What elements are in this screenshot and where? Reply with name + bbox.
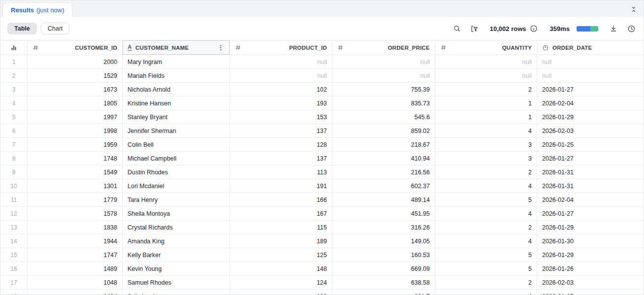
row-number[interactable]: 3 [0, 83, 28, 96]
cell-customer_id[interactable]: 1048 [28, 276, 123, 289]
cell-quantity[interactable]: 1 [435, 97, 537, 110]
column-header-quantity[interactable]: QUANTITY [435, 40, 537, 55]
cell-customer_id[interactable]: 1578 [28, 207, 123, 220]
column-header-customer_id[interactable]: CUSTOMER_ID [28, 40, 123, 55]
cell-product_id[interactable]: 148 [230, 262, 332, 275]
row-number[interactable]: 6 [0, 124, 28, 137]
cell-customer_name[interactable]: Crystal Richards [123, 221, 230, 234]
cell-quantity[interactable]: 2 [435, 83, 537, 96]
cell-customer_id[interactable]: 2000 [28, 55, 123, 68]
cell-product_id[interactable]: 189 [230, 234, 332, 248]
cell-order_price[interactable]: 216.56 [332, 165, 435, 179]
row-number[interactable]: 10 [0, 179, 28, 193]
cell-quantity[interactable]: 4 [435, 207, 537, 220]
chart-view-button[interactable]: Chart [41, 23, 70, 35]
cell-product_id[interactable]: null [230, 55, 332, 68]
row-number[interactable]: 9 [0, 165, 28, 179]
cell-quantity[interactable]: 4 [435, 179, 537, 193]
cell-customer_id[interactable]: 1944 [28, 234, 123, 248]
cell-customer_name[interactable]: Stanley Bryant [123, 110, 230, 124]
cell-customer_id[interactable]: 1673 [28, 83, 123, 96]
cell-product_id[interactable]: 113 [230, 165, 332, 179]
row-number[interactable]: 7 [0, 138, 28, 151]
cell-quantity[interactable]: 4 [435, 124, 537, 137]
cell-order_price[interactable]: 835.73 [332, 97, 435, 110]
row-number[interactable]: 16 [0, 262, 28, 275]
cell-order_date[interactable]: 2026-01-29 [537, 221, 644, 234]
cell-quantity[interactable]: null [435, 69, 537, 82]
download-button[interactable] [608, 23, 619, 34]
cell-customer_id[interactable]: 1998 [28, 124, 123, 137]
cell-quantity[interactable]: 5 [435, 248, 537, 262]
cell-order_price[interactable]: 755.39 [332, 83, 435, 96]
cell-product_id[interactable]: 166 [230, 193, 332, 206]
cell-order_price[interactable]: 218.67 [332, 138, 435, 151]
cell-order_price[interactable]: 410.94 [332, 152, 435, 165]
cell-product_id[interactable]: 102 [230, 83, 332, 96]
table-view-button[interactable]: Table [7, 23, 37, 35]
cell-product_id[interactable]: 193 [230, 97, 332, 110]
cell-customer_name[interactable]: Kristine Hansen [123, 97, 230, 110]
cell-product_id[interactable]: 167 [230, 207, 332, 220]
row-number[interactable]: 2 [0, 69, 28, 82]
cell-product_id[interactable]: 128 [230, 138, 332, 151]
cell-product_id[interactable]: 125 [230, 248, 332, 262]
cell-order_date[interactable]: 2026-02-04 [537, 193, 644, 206]
grid-corner-cell[interactable] [0, 40, 28, 55]
cell-quantity[interactable]: 2 [435, 165, 537, 179]
cell-customer_name[interactable]: Dustin Rhodes [123, 165, 230, 179]
cell-quantity[interactable]: 3 [435, 138, 537, 151]
cell-customer_name[interactable]: Jennifer Sherman [123, 124, 230, 137]
column-header-product_id[interactable]: PRODUCT_ID [230, 40, 332, 55]
history-button[interactable] [626, 23, 637, 34]
cell-order_date[interactable]: 2026-01-25 [537, 138, 644, 151]
cell-order_date[interactable]: null [537, 55, 644, 68]
cell-quantity[interactable]: 1 [435, 110, 537, 124]
cell-customer_id[interactable]: 1748 [28, 152, 123, 165]
tab-results[interactable]: Results (just now) [2, 2, 72, 17]
cell-order_price[interactable]: 331.7 [332, 290, 435, 295]
cell-customer_id[interactable]: 1549 [28, 165, 123, 179]
cell-customer_name[interactable]: Amanda King [123, 234, 230, 248]
row-number[interactable]: 1 [0, 55, 28, 68]
cell-customer_id[interactable]: 1997 [28, 110, 123, 124]
cell-quantity[interactable]: 3 [435, 152, 537, 165]
cell-order_price[interactable]: 669.09 [332, 262, 435, 275]
cell-quantity[interactable]: 4 [435, 234, 537, 248]
cell-customer_name[interactable]: Mary Ingram [123, 55, 230, 68]
cell-product_id[interactable]: 153 [230, 110, 332, 124]
cell-order_price[interactable]: 316.26 [332, 221, 435, 234]
cell-product_id[interactable]: 137 [230, 152, 332, 165]
cell-order_price[interactable]: 451.95 [332, 207, 435, 220]
cell-order_date[interactable]: 2026-01-27 [537, 152, 644, 165]
row-number[interactable]: 4 [0, 97, 28, 110]
cell-order_price[interactable]: null [332, 55, 435, 68]
cell-quantity[interactable]: null [435, 55, 537, 68]
cell-quantity[interactable]: 2 [435, 276, 537, 289]
cell-quantity[interactable]: 2 [435, 221, 537, 234]
row-number[interactable]: 14 [0, 234, 28, 248]
cell-order_date[interactable]: 2026-01-31 [537, 179, 644, 193]
cell-customer_name[interactable]: Mariah Fields [123, 69, 230, 82]
cell-order_date[interactable]: 2026-02-03 [537, 124, 644, 137]
row-number[interactable]: 11 [0, 193, 28, 206]
cell-customer_name[interactable]: Tara Henry [123, 193, 230, 206]
cell-product_id[interactable]: 124 [230, 276, 332, 289]
cell-order_price[interactable]: 160.53 [332, 248, 435, 262]
cell-customer_name[interactable]: Sheila Montoya [123, 207, 230, 220]
cell-customer_name[interactable]: Lori Mcdaniel [123, 179, 230, 193]
cell-product_id[interactable]: 115 [230, 221, 332, 234]
cell-order_price[interactable]: null [332, 69, 435, 82]
cell-customer_id[interactable]: 1779 [28, 193, 123, 206]
cell-customer_name[interactable]: Colin Bell [123, 138, 230, 151]
cell-customer_id[interactable]: 1489 [28, 262, 123, 275]
column-header-customer_name[interactable]: ACUSTOMER_NAME⋮ [123, 40, 230, 55]
cell-order_date[interactable]: 2026-01-26 [537, 262, 644, 275]
cell-order_date[interactable]: 2026-01-30 [537, 234, 644, 248]
column-menu-button[interactable]: ⋮ [217, 44, 225, 51]
row-number[interactable]: 5 [0, 110, 28, 124]
cell-product_id[interactable]: 137 [230, 124, 332, 137]
column-header-order_date[interactable]: ORDER_DATE [537, 40, 644, 55]
cell-order_date[interactable]: 2026-02-04 [537, 97, 644, 110]
cell-customer_id[interactable]: 1805 [28, 97, 123, 110]
